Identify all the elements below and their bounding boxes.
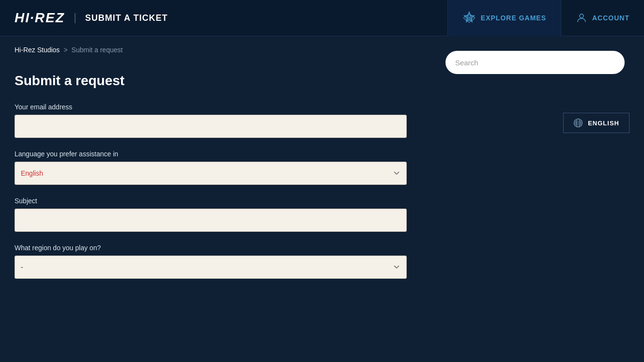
language-field-group: Language you prefer assistance in Englis… (15, 150, 431, 185)
language-button-label: ENGLISH (588, 120, 619, 127)
search-input-wrapper (445, 51, 629, 74)
header: HI·REZ SUBMIT A TICKET EXPLORE GAMES ACC… (0, 0, 644, 36)
language-select[interactable]: English French German Spanish Portuguese… (15, 162, 407, 185)
search-input[interactable] (445, 51, 625, 74)
email-input[interactable] (15, 115, 407, 138)
explore-games-button[interactable]: EXPLORE GAMES (447, 0, 561, 36)
subject-label: Subject (15, 197, 431, 205)
logo-area: HI·REZ SUBMIT A TICKET (0, 10, 182, 26)
region-field-group: What region do you play on? - North Amer… (15, 244, 431, 279)
explore-games-label: EXPLORE GAMES (481, 14, 546, 22)
subject-input[interactable] (15, 209, 407, 232)
account-icon (576, 12, 587, 24)
language-button[interactable]: ENGLISH (563, 113, 629, 133)
globe-icon (573, 118, 583, 128)
svg-point-0 (580, 14, 583, 18)
breadcrumb-current: Submit a request (72, 46, 123, 54)
region-label: What region do you play on? (15, 244, 431, 252)
account-label: ACCOUNT (592, 14, 629, 22)
language-label: Language you prefer assistance in (15, 150, 431, 158)
search-container (445, 51, 629, 74)
account-button[interactable]: ACCOUNT (561, 0, 644, 36)
region-select[interactable]: - North America Europe Asia South Americ… (15, 256, 407, 279)
logo: HI·REZ (15, 10, 65, 26)
email-label: Your email address (15, 103, 431, 111)
breadcrumb-separator: > (63, 46, 67, 54)
right-column: ENGLISH (445, 46, 629, 291)
form-title: Submit a request (15, 73, 431, 89)
content-wrapper: Hi-Rez Studios > Submit a request Submit… (0, 36, 644, 301)
header-title: SUBMIT A TICKET (75, 13, 168, 23)
left-column: Hi-Rez Studios > Submit a request Submit… (15, 46, 431, 291)
email-field-group: Your email address (15, 103, 431, 138)
breadcrumb-home-link[interactable]: Hi-Rez Studios (15, 46, 60, 54)
explore-icon (462, 11, 476, 25)
breadcrumb: Hi-Rez Studios > Submit a request (15, 46, 431, 54)
subject-field-group: Subject (15, 197, 431, 232)
